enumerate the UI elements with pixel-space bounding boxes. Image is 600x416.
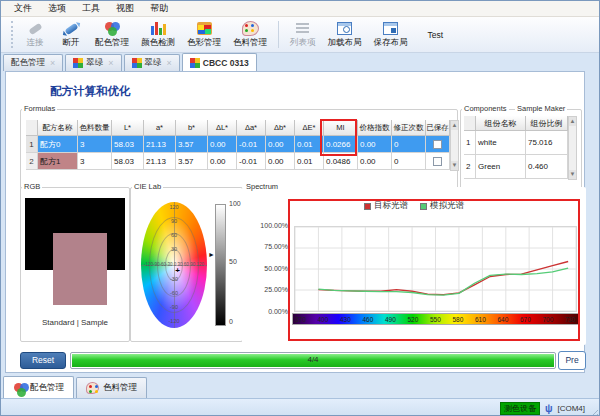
- color-match-icon: [13, 382, 26, 394]
- main-panel: 配方计算和优化 Formulas 配方名称 色料数量 L* a* b* ΔL* …: [5, 71, 585, 373]
- saved-checkbox[interactable]: [433, 157, 442, 166]
- progress-text: 4/4: [71, 355, 555, 364]
- app-window: 文件 选项 工具 视图 帮助 连接 断开 配色管理 颜色检测 色彩管理: [0, 0, 600, 416]
- page-title: 配方计算和优化: [50, 84, 131, 99]
- formulas-group-label: Formulas: [22, 104, 57, 113]
- color-match-manage-button[interactable]: 配色管理: [89, 17, 135, 52]
- bottom-tab-colorant-manage[interactable]: 色料管理: [76, 377, 147, 398]
- color-detect-icon: [150, 21, 167, 36]
- resize-grip[interactable]: [589, 407, 598, 416]
- sample-position-marker: +: [175, 266, 180, 275]
- sample-maker-tab-label[interactable]: Sample Maker: [515, 104, 567, 113]
- disconnect-button[interactable]: 断开: [53, 17, 89, 52]
- spectrum-legend: 目标光谱 模拟光谱: [364, 200, 464, 212]
- usb-icon: ψ: [545, 403, 553, 414]
- tab-emerald-2[interactable]: 翠绿 ×: [124, 54, 180, 71]
- scroll-up-icon[interactable]: ▲: [451, 121, 458, 130]
- spectrum-group-label: Spectrum: [244, 182, 280, 191]
- saved-checkbox[interactable]: [433, 140, 442, 149]
- sample-color-swatch: [53, 233, 107, 305]
- load-layout-button[interactable]: 加载布局: [322, 17, 368, 52]
- toolbar-separator: [278, 21, 279, 48]
- color-detect-button[interactable]: 颜色检测: [135, 17, 181, 52]
- sample-color-icon: [73, 58, 83, 68]
- sample-color-icon: [132, 58, 142, 68]
- color-manage-icon: [196, 21, 213, 36]
- component-row-2[interactable]: 2 Green 0.460: [464, 155, 568, 179]
- cielab-group-label: CIE Lab: [132, 182, 163, 191]
- toolbar-test-label: Test: [428, 30, 444, 40]
- close-icon[interactable]: ×: [108, 58, 113, 68]
- simulated-series-swatch: [420, 203, 427, 210]
- components-tab-label[interactable]: Components: [462, 104, 509, 113]
- color-manage-button[interactable]: 色彩管理: [181, 17, 227, 52]
- scroll-up-icon[interactable]: ▲: [569, 117, 576, 126]
- sample-color-icon: [190, 58, 200, 68]
- components-table: 组份名称 组份比例 1 white 75.016 2 Green 0.460: [464, 116, 568, 179]
- menu-help[interactable]: 帮助: [143, 1, 175, 16]
- legend-simulated: 模拟光谱: [420, 200, 464, 212]
- reset-button[interactable]: Reset: [20, 352, 66, 369]
- rgb-group-label: RGB: [22, 182, 42, 191]
- components-scrollbar[interactable]: ▲ ▼: [568, 116, 577, 180]
- target-series-swatch: [364, 203, 371, 210]
- tab-color-match-manage[interactable]: 配色管理 ×: [3, 54, 63, 71]
- spectrum-group: 目标光谱 模拟光谱 100.00% 75.00% 50.00% 25.00% 0…: [242, 187, 586, 345]
- menu-bar: 文件 选项 工具 视图 帮助: [1, 1, 599, 17]
- load-layout-icon: [336, 21, 353, 36]
- close-icon[interactable]: ×: [167, 58, 172, 68]
- scroll-down-icon[interactable]: ▼: [569, 170, 576, 179]
- save-layout-button[interactable]: 保存布局: [368, 17, 414, 52]
- close-icon[interactable]: ×: [50, 58, 55, 68]
- formulas-header-row: 配方名称 色料数量 L* a* b* ΔL* Δa* Δb* ΔE* MI 价格…: [26, 120, 450, 136]
- menu-file[interactable]: 文件: [7, 1, 39, 16]
- cielab-color-wheel[interactable]: 120 90 60 30 -30 -60 -90 -120 -120-90-60…: [141, 202, 207, 328]
- menu-tools[interactable]: 工具: [75, 1, 107, 16]
- components-header-row: 组份名称 组份比例: [464, 116, 568, 131]
- save-layout-icon: [382, 21, 399, 36]
- wavelength-colorbar: 370400 430460 490520 550580 610640 67070…: [292, 313, 579, 325]
- connect-button[interactable]: 连接: [17, 17, 53, 52]
- tab-cbcc-0313[interactable]: CBCC 0313: [182, 53, 257, 71]
- device-status-badge: 测色设备: [500, 402, 540, 415]
- colorant-manage-button[interactable]: 色料管理: [227, 17, 273, 52]
- formulas-scrollbar[interactable]: ▲ ▼: [450, 120, 459, 171]
- formula-row-2[interactable]: 2 配方1 3 58.03 21.13 3.57 0.00 -0.01 0.00…: [26, 153, 450, 170]
- status-bar: 测色设备 ψ [COM4]: [1, 398, 599, 416]
- scroll-down-icon[interactable]: ▼: [451, 161, 458, 170]
- list-items-icon: [294, 21, 311, 36]
- connect-icon: [27, 21, 44, 36]
- toolbar: 连接 断开 配色管理 颜色检测 色彩管理 色料管理 列表项 加载布局: [1, 17, 599, 53]
- document-tab-bar: 配色管理 × 翠绿 × 翠绿 × CBCC 0313: [1, 53, 599, 71]
- com-port-label: [COM4]: [557, 404, 585, 413]
- pre-button[interactable]: Pre: [558, 351, 586, 370]
- colorant-manage-icon: [86, 382, 99, 394]
- color-match-icon: [104, 21, 121, 36]
- bottom-tab-bar: 配色管理 色料管理: [1, 375, 599, 398]
- list-items-button[interactable]: 列表项: [284, 17, 322, 52]
- formula-row-1[interactable]: 1 配方0 3 58.03 21.13 3.57 0.00 -0.01 0.00…: [26, 136, 450, 153]
- colorant-manage-icon: [242, 21, 259, 36]
- component-row-1[interactable]: 1 white 75.016: [464, 131, 568, 155]
- spectrum-plot-svg: [294, 226, 577, 312]
- lightness-bar[interactable]: [215, 204, 226, 326]
- menu-view[interactable]: 视图: [109, 1, 141, 16]
- cielab-group: 120 90 60 30 -30 -60 -90 -120 -120-90-60…: [130, 187, 243, 342]
- lightness-marker-icon: ►: [208, 251, 215, 258]
- toolbar-grip[interactable]: [11, 21, 15, 48]
- disconnect-icon: [63, 21, 80, 36]
- legend-target: 目标光谱: [364, 200, 408, 212]
- rgb-group: Standard | Sample: [20, 187, 130, 342]
- standard-sample-caption: Standard | Sample: [21, 318, 129, 327]
- menu-options[interactable]: 选项: [41, 1, 73, 16]
- tab-emerald-1[interactable]: 翠绿 ×: [65, 54, 121, 71]
- progress-bar: 4/4: [70, 352, 556, 369]
- formulas-table: 配方名称 色料数量 L* a* b* ΔL* Δa* Δb* ΔE* MI 价格…: [26, 120, 450, 170]
- bottom-tab-color-match[interactable]: 配色管理: [3, 376, 74, 398]
